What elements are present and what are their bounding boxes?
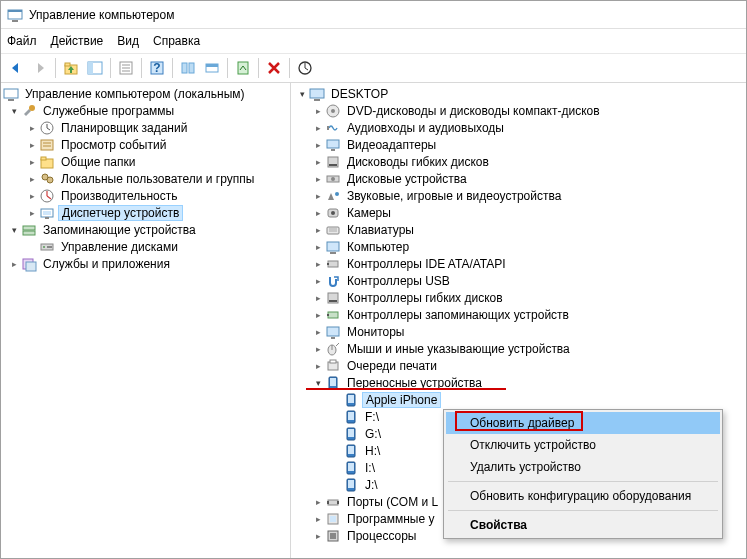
chevron-right-icon[interactable]: ▸ [311,310,325,320]
chevron-right-icon[interactable]: ▸ [311,327,325,337]
menu-action[interactable]: Действие [51,34,104,48]
ctx-scan-hardware[interactable]: Обновить конфигурацию оборудования [446,485,720,507]
portable-device-item[interactable]: Apple iPhone [291,391,746,408]
window-title: Управление компьютером [29,8,174,22]
device-category[interactable]: ▸ Контроллеры IDE ATA/ATAPI [291,255,746,272]
menu-view[interactable]: Вид [117,34,139,48]
device-root[interactable]: ▾ DESKTOP [291,85,746,102]
delete-button[interactable] [263,57,285,79]
left-group-storage[interactable]: ▾ Запоминающие устройства [1,221,290,238]
left-item[interactable]: ▸ Планировщик заданий [1,119,290,136]
toolbar-icon-c[interactable] [232,57,254,79]
chevron-down-icon[interactable]: ▾ [7,106,21,116]
chevron-right-icon[interactable]: ▸ [311,123,325,133]
help-button[interactable]: ? [146,57,168,79]
device-category[interactable]: ▸ Звуковые, игровые и видеоустройства [291,187,746,204]
chevron-down-icon[interactable]: ▾ [311,378,325,388]
toolbar-icon-a[interactable] [177,57,199,79]
chevron-right-icon[interactable]: ▸ [25,157,39,167]
properties-button[interactable] [115,57,137,79]
chevron-right-icon[interactable]: ▸ [25,191,39,201]
svg-rect-46 [327,140,339,148]
left-item[interactable]: ▸ Просмотр событий [1,136,290,153]
chevron-right-icon[interactable]: ▸ [311,242,325,252]
menu-help[interactable]: Справка [153,34,200,48]
chevron-right-icon[interactable]: ▸ [25,123,39,133]
chevron-right-icon[interactable]: ▸ [311,293,325,303]
svg-point-29 [47,177,53,183]
chevron-right-icon[interactable]: ▸ [311,259,325,269]
device-category[interactable]: ▸ Аудиовходы и аудиовыходы [291,119,746,136]
svg-point-44 [331,109,335,113]
left-group-services[interactable]: ▸ Службы и приложения [1,255,290,272]
scan-button[interactable] [294,57,316,79]
chevron-right-icon[interactable]: ▸ [311,208,325,218]
svg-rect-35 [23,231,35,235]
device-category[interactable]: ▸ Контроллеры USB [291,272,746,289]
left-item[interactable]: ▸ Локальные пользователи и группы [1,170,290,187]
chevron-down-icon[interactable]: ▾ [7,225,21,235]
chevron-right-icon[interactable]: ▸ [7,259,21,269]
left-item[interactable]: ▸ Производительность [1,187,290,204]
device-category[interactable]: ▸ Контроллеры запоминающих устройств [291,306,746,323]
left-tree[interactable]: Управление компьютером (локальным) ▾ Слу… [1,83,291,558]
annotation-underline [306,388,506,390]
chevron-right-icon[interactable]: ▸ [311,361,325,371]
ctx-update-driver[interactable]: Обновить драйвер [446,412,720,434]
chevron-right-icon[interactable]: ▸ [311,225,325,235]
chevron-right-icon[interactable]: ▸ [311,174,325,184]
up-button[interactable] [60,57,82,79]
device-category[interactable]: ▸ Очереди печати [291,357,746,374]
chevron-right-icon[interactable]: ▸ [311,497,325,507]
svg-point-21 [29,105,35,111]
svg-line-70 [336,343,339,346]
svg-rect-27 [41,157,46,160]
device-category[interactable]: ▸ Клавиатуры [291,221,746,238]
chevron-right-icon[interactable]: ▸ [25,174,39,184]
toolbar-icon-b[interactable] [201,57,223,79]
show-hide-tree-button[interactable] [84,57,106,79]
left-root[interactable]: Управление компьютером (локальным) [1,85,290,102]
left-item[interactable]: Управление дисками [1,238,290,255]
left-group-system-tools[interactable]: ▾ Служебные программы [1,102,290,119]
device-category[interactable]: ▸ Камеры [291,204,746,221]
chevron-right-icon[interactable]: ▸ [25,140,39,150]
left-item[interactable]: ▸ Диспетчер устройств [1,204,290,221]
chevron-right-icon[interactable]: ▸ [311,191,325,201]
device-category[interactable]: ▸ Мыши и иные указывающие устройства [291,340,746,357]
category-icon [325,222,341,238]
chevron-right-icon[interactable]: ▸ [311,140,325,150]
chevron-right-icon[interactable]: ▸ [311,344,325,354]
chevron-right-icon[interactable]: ▸ [311,531,325,541]
svg-rect-64 [328,312,338,318]
ctx-properties[interactable]: Свойства [446,514,720,536]
forward-button[interactable] [29,57,51,79]
back-button[interactable] [5,57,27,79]
left-item[interactable]: ▸ Общие папки [1,153,290,170]
chevron-down-icon[interactable]: ▾ [295,89,309,99]
svg-rect-65 [327,314,329,316]
category-icon [325,120,341,136]
device-category[interactable]: ▸ Дисководы гибких дисков [291,153,746,170]
ctx-disable-device[interactable]: Отключить устройство [446,434,720,456]
chevron-right-icon[interactable]: ▸ [311,106,325,116]
chevron-right-icon[interactable]: ▸ [311,157,325,167]
device-category[interactable]: ▸ Компьютер [291,238,746,255]
chevron-right-icon[interactable]: ▸ [25,208,39,218]
device-category[interactable]: ▸ Мониторы [291,323,746,340]
device-tree[interactable]: ▾ DESKTOP ▸ DVD-дисководы и дисководы ко… [291,83,746,558]
chevron-right-icon[interactable]: ▸ [311,276,325,286]
device-category[interactable]: ▸ DVD-дисководы и дисководы компакт-диск… [291,102,746,119]
portable-device-icon [343,409,359,425]
category-icon [325,511,341,527]
toolbar: ? [1,53,746,83]
device-category[interactable]: ▸ Дисковые устройства [291,170,746,187]
device-category[interactable]: ▸ Видеоадаптеры [291,136,746,153]
menu-file[interactable]: Файл [7,34,37,48]
disk-mgmt-icon [39,239,55,255]
device-category[interactable]: ▸ Контроллеры гибких дисков [291,289,746,306]
chevron-right-icon[interactable]: ▸ [311,514,325,524]
ctx-uninstall-device[interactable]: Удалить устройство [446,456,720,478]
svg-rect-13 [182,63,187,73]
svg-rect-40 [26,262,36,271]
